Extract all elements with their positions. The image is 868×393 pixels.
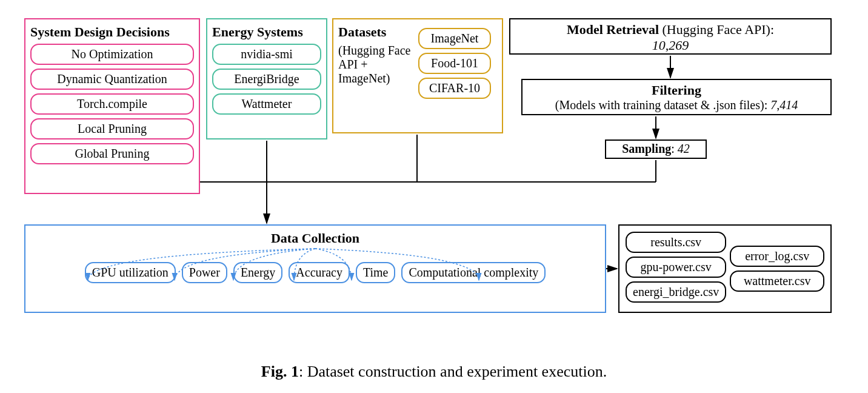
pipeline-diagram: System Design Decisions No Optimization …: [12, 12, 856, 352]
figure-caption: Fig. 1: Dataset construction and experim…: [12, 363, 856, 381]
energy-item: nvidia-smi: [212, 44, 321, 65]
output-file: wattmeter.csv: [730, 270, 824, 292]
sampling-box: Sampling: 42: [605, 139, 707, 159]
figure-number: Fig. 1: [261, 363, 299, 380]
datasets-title: Datasets: [338, 24, 415, 40]
model-retrieval-value: 10,269: [513, 38, 828, 53]
dataset-item: CIFAR-10: [418, 78, 491, 99]
system-design-title: System Design Decisions: [30, 24, 194, 40]
datasets-box: Datasets (Hugging Face API + ImageNet) I…: [332, 18, 503, 133]
outputs-left-col: results.csv gpu-power.csv energi_bridge.…: [626, 232, 726, 306]
datasets-subtitle: (Hugging Face API + ImageNet): [338, 44, 415, 86]
outputs-right-col: error_log.csv wattmeter.csv: [730, 232, 824, 306]
sys-item: No Optimization: [30, 44, 194, 65]
data-collection-row: GPU utilization Power Energy Accuracy Ti…: [30, 262, 600, 283]
output-file: gpu-power.csv: [626, 257, 726, 278]
sampling-value: 42: [678, 142, 690, 155]
metric-item: Time: [356, 262, 396, 283]
system-design-box: System Design Decisions No Optimization …: [24, 18, 200, 194]
sys-item: Dynamic Quantization: [30, 69, 194, 90]
energy-systems-box: Energy Systems nvidia-smi EnergiBridge W…: [206, 18, 327, 139]
filtering-box: Filtering (Models with training dataset …: [521, 79, 832, 115]
metric-item: GPU utilization: [85, 262, 176, 283]
sys-item: Global Pruning: [30, 143, 194, 164]
metric-item: Computational complexity: [401, 262, 546, 283]
datasets-right: ImageNet Food-101 CIFAR-10: [418, 24, 491, 127]
dataset-item: ImageNet: [418, 28, 491, 49]
metric-item: Power: [182, 262, 227, 283]
sys-item: Torch.compile: [30, 93, 194, 115]
filtering-detail: (Models with training dataset & .json fi…: [555, 98, 771, 112]
energy-title: Energy Systems: [212, 24, 321, 40]
filtering-value: 7,414: [770, 98, 798, 112]
sys-item: Local Pruning: [30, 118, 194, 139]
output-file: error_log.csv: [730, 246, 824, 267]
metric-item: Accuracy: [289, 262, 350, 283]
figure-text: : Dataset construction and experiment ex…: [299, 363, 607, 380]
model-retrieval-box: Model Retrieval (Hugging Face API): 10,2…: [509, 18, 832, 55]
metric-item: Energy: [233, 262, 282, 283]
data-collection-title: Data Collection: [30, 230, 600, 246]
output-file: results.csv: [626, 232, 726, 253]
datasets-left: Datasets (Hugging Face API + ImageNet): [338, 24, 418, 127]
model-retrieval-line1: Model Retrieval (Hugging Face API):: [513, 22, 828, 38]
dataset-item: Food-101: [418, 53, 491, 74]
output-file: energi_bridge.csv: [626, 281, 726, 303]
model-retrieval-paren: (Hugging Face API):: [659, 22, 774, 37]
energy-item: Wattmeter: [212, 93, 321, 115]
outputs-box: results.csv gpu-power.csv energi_bridge.…: [618, 224, 832, 313]
energy-item: EnergiBridge: [212, 69, 321, 90]
filtering-detail-line: (Models with training dataset & .json fi…: [525, 98, 828, 112]
filtering-label: Filtering: [525, 82, 828, 98]
model-retrieval-label: Model Retrieval: [567, 22, 659, 37]
sampling-label: Sampling: [622, 142, 671, 155]
data-collection-box: Data Collection GPU utilization Power En…: [24, 224, 606, 313]
